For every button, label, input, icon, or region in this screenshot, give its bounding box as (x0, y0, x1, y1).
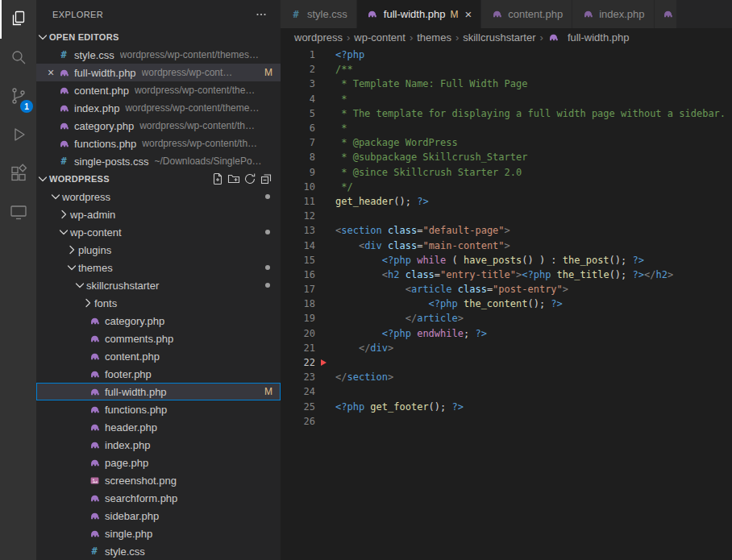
line-number[interactable]: 22 (281, 357, 315, 368)
open-editor-full-width.php[interactable]: ×full-width.phpwordpress/wp-cont…M (36, 64, 281, 81)
code-line[interactable]: 9 * @since Skillcrush Starter 2.0 (281, 165, 732, 180)
search-activity-button[interactable] (0, 39, 36, 77)
line-number[interactable]: 26 (281, 416, 315, 427)
code-line-content[interactable]: * (315, 122, 347, 134)
code-line-content[interactable]: * @subpackage Skillcrush_Starter (315, 151, 527, 163)
tab-content.php[interactable]: content.php (481, 0, 572, 28)
code-line[interactable]: 7 * @package WordPress (281, 135, 732, 150)
collapse-all-icon[interactable] (258, 171, 274, 187)
code-line-content[interactable]: </article> (315, 313, 464, 324)
code-line-content[interactable]: * @since Skillcrush Starter 2.0 (315, 167, 522, 178)
code-line[interactable]: 5 * The template for displaying a full w… (281, 106, 732, 121)
code-line-content[interactable]: * The template for displaying a full wid… (315, 108, 726, 119)
tree-item-wp-admin[interactable]: wp-admin (36, 205, 281, 223)
code-line[interactable]: 21 </div> (281, 341, 732, 355)
code-line[interactable]: 10 */ (281, 180, 732, 194)
open-editor-single-posts.css[interactable]: #single-posts.css~/Downloads/SinglePo… (36, 152, 281, 170)
line-number[interactable]: 15 (281, 255, 315, 266)
tree-item-functions.php[interactable]: functions.php (36, 400, 281, 418)
refresh-icon[interactable] (242, 171, 258, 187)
tree-item-style.css[interactable]: #style.css (36, 542, 281, 560)
tree-item-sidebar.php[interactable]: sidebar.php (36, 507, 281, 525)
line-number[interactable]: 9 (281, 167, 315, 178)
new-file-icon[interactable] (210, 171, 226, 187)
line-number[interactable]: 23 (281, 371, 315, 383)
tree-item-searchform.php[interactable]: searchform.php (36, 489, 281, 507)
new-folder-icon[interactable] (226, 171, 242, 187)
remote-explorer-activity-button[interactable] (0, 193, 36, 232)
code-line-content[interactable]: * (315, 93, 347, 105)
line-number[interactable]: 19 (281, 313, 315, 324)
code-line[interactable]: 8 * @subpackage Skillcrush_Starter (281, 150, 732, 164)
tree-item-content.php[interactable]: content.php (36, 347, 281, 365)
code-line[interactable]: 15 <?php while ( have_posts() ) : the_po… (281, 253, 732, 268)
line-number[interactable]: 2 (281, 64, 315, 75)
tree-item-header.php[interactable]: header.php (36, 418, 281, 436)
code-line[interactable]: 16 <h2 class="entry-title"><?php the_tit… (281, 268, 732, 282)
code-line-content[interactable]: <h2 class="entry-title"><?php the_title(… (315, 269, 673, 280)
code-line[interactable]: 23</section> (281, 370, 732, 384)
line-number[interactable]: 14 (281, 240, 315, 251)
code-line-content[interactable]: * Template Name: Full Width Page (315, 78, 527, 89)
code-line[interactable]: 11get_header(); ?> (281, 194, 732, 209)
line-number[interactable]: 5 (281, 108, 315, 119)
breadcrumb-item-themes[interactable]: themes (417, 31, 451, 44)
line-number[interactable]: 16 (281, 269, 315, 280)
line-number[interactable]: 1 (281, 49, 315, 60)
open-editor-content.php[interactable]: content.phpwordpress/wp-content/the… (36, 81, 281, 99)
code-line[interactable]: 1<?php (281, 48, 732, 62)
open-editor-style.css[interactable]: #style.csswordpress/wp-content/themes… (36, 46, 281, 64)
code-line-content[interactable]: </div> (315, 342, 393, 354)
tree-item-themes[interactable]: themes (36, 259, 281, 276)
code-line[interactable]: 14 <div class="main-content"> (281, 238, 732, 252)
code-line-content[interactable]: <div class="main-content"> (315, 240, 510, 251)
breadcrumb-item-full-width.php[interactable]: full-width.php (547, 31, 630, 44)
tab-full-width.php[interactable]: full-width.phpM× (357, 0, 481, 28)
code-line[interactable]: 17 <article class="post-entry"> (281, 282, 732, 297)
code-line[interactable]: 3 * Template Name: Full Width Page (281, 77, 732, 91)
run-debug-activity-button[interactable] (0, 116, 36, 155)
line-number[interactable]: 13 (281, 225, 315, 236)
code-line[interactable]: 6 * (281, 121, 732, 135)
tree-item-index.php[interactable]: index.php (36, 436, 281, 454)
code-line[interactable]: 18 <?php the_content(); ?> (281, 297, 732, 311)
tree-item-full-width.php[interactable]: full-width.phpM (36, 383, 281, 400)
line-number[interactable]: 7 (281, 137, 315, 148)
tree-item-wp-content[interactable]: wp-content (36, 223, 281, 241)
breadcrumb-item-wp-content[interactable]: wp-content (354, 31, 406, 44)
open-editor-category.php[interactable]: category.phpwordpress/wp-content/th… (36, 117, 281, 135)
close-icon[interactable]: × (44, 66, 57, 79)
code-line[interactable]: 2/** (281, 62, 732, 77)
open-editors-header[interactable]: OPEN EDITORS (36, 28, 281, 46)
code-line[interactable]: 24 (281, 384, 732, 399)
breadcrumb-item-wordpress[interactable]: wordpress (294, 31, 343, 44)
code-line[interactable]: 26 (281, 414, 732, 429)
code-line-content[interactable]: <?php endwhile; ?> (315, 328, 487, 339)
line-number[interactable]: 8 (281, 151, 315, 163)
tree-item-category.php[interactable]: category.php (36, 312, 281, 330)
line-number[interactable]: 17 (281, 284, 315, 295)
open-editor-index.php[interactable]: index.phpwordpress/wp-content/theme… (36, 99, 281, 117)
code-line-content[interactable]: get_header(); ?> (315, 196, 429, 207)
open-editor-functions.php[interactable]: functions.phpwordpress/wp-content/th… (36, 135, 281, 152)
code-line[interactable]: 20 <?php endwhile; ?> (281, 326, 732, 341)
line-number[interactable]: 21 (281, 342, 315, 354)
line-number[interactable]: 10 (281, 181, 315, 193)
code-line-content[interactable]: <?php (315, 49, 364, 60)
code-line[interactable]: 12 (281, 209, 732, 223)
code-line[interactable]: 4 * (281, 92, 732, 106)
code-line-content[interactable]: * @package WordPress (315, 137, 458, 148)
tree-item-comments.php[interactable]: comments.php (36, 330, 281, 347)
close-icon[interactable]: × (464, 8, 472, 20)
code-editor[interactable]: 1<?php2/**3 * Template Name: Full Width … (281, 46, 732, 560)
line-number[interactable]: 20 (281, 328, 315, 339)
tab-overflow[interactable] (655, 0, 676, 28)
code-line-content[interactable]: </section> (315, 371, 393, 383)
line-number[interactable]: 11 (281, 196, 315, 207)
tree-item-footer.php[interactable]: footer.php (36, 365, 281, 383)
tab-style.css[interactable]: #style.css (281, 0, 357, 28)
code-line[interactable]: 22 (281, 355, 732, 370)
more-actions-icon[interactable] (253, 6, 269, 23)
code-line-content[interactable]: */ (315, 181, 353, 193)
line-number[interactable]: 18 (281, 298, 315, 309)
